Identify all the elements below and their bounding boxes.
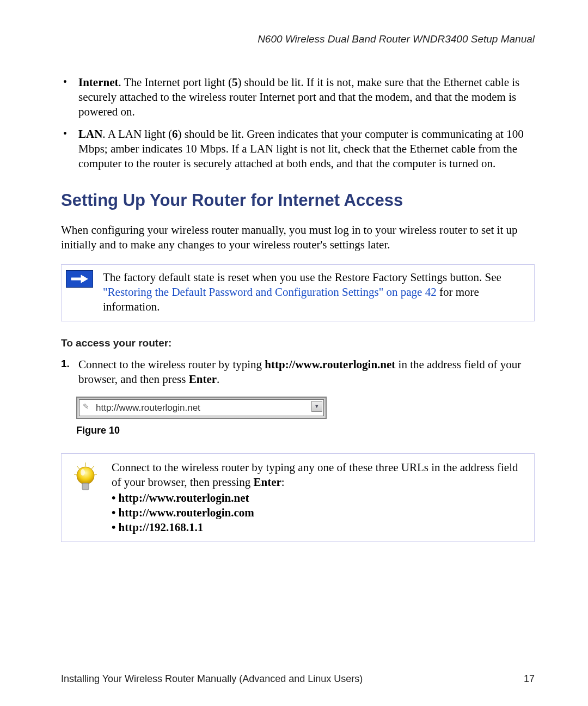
bullet-lan: LAN. A LAN light (6) should be lit. Gree… [61, 127, 535, 171]
page-footer: Installing Your Wireless Router Manually… [61, 673, 535, 685]
figure-caption: Figure 10 [76, 424, 535, 437]
svg-line-1 [77, 466, 79, 469]
svg-rect-6 [82, 483, 89, 490]
footer-chapter: Installing Your Wireless Router Manually… [61, 673, 363, 685]
status-bullets: Internet. The Internet port light (5) sh… [61, 75, 535, 171]
lightbulb-icon [69, 461, 102, 494]
svg-point-5 [77, 467, 94, 484]
step-1: 1. Connect to the wireless router by typ… [61, 357, 535, 387]
bullet-internet: Internet. The Internet port light (5) sh… [61, 75, 535, 119]
url-tip: Connect to the wireless router by typing… [61, 453, 535, 541]
tip-url-1: • http://www.routerlogin.net [112, 491, 522, 506]
tip-url-3: • http://192.168.1.1 [112, 520, 522, 535]
footer-page-number: 17 [524, 673, 535, 685]
wand-icon: ✎ [83, 402, 89, 412]
arrow-icon [66, 270, 92, 287]
routerlogin-url: http://www.routerlogin.net [265, 358, 395, 371]
step-number: 1. [61, 357, 70, 370]
intro-paragraph: When configuring your wireless router ma… [61, 223, 535, 252]
address-bar: ✎ http://www.routerlogin.net ▾ [76, 397, 327, 419]
bullet-label: LAN [78, 127, 102, 141]
svg-point-7 [81, 469, 85, 476]
factory-reset-note: The factory default state is reset when … [61, 264, 535, 321]
bullet-label: Internet [78, 76, 118, 89]
section-heading: Setting Up Your Router for Internet Acce… [61, 190, 535, 211]
dropdown-icon[interactable]: ▾ [311, 401, 322, 412]
svg-line-2 [91, 466, 94, 469]
access-steps: 1. Connect to the wireless router by typ… [61, 357, 535, 387]
access-subhead: To access your router: [61, 337, 535, 350]
manual-page: N600 Wireless Dual Band Router WNDR3400 … [0, 0, 588, 706]
restore-defaults-link[interactable]: "Restoring the Default Password and Conf… [103, 285, 437, 299]
running-header: N600 Wireless Dual Band Router WNDR3400 … [61, 33, 535, 46]
tip-text: Connect to the wireless router by typing… [112, 460, 522, 534]
note-text: The factory default state is reset when … [103, 270, 524, 314]
tip-url-list: • http://www.routerlogin.net • http://ww… [112, 491, 522, 535]
address-bar-figure: ✎ http://www.routerlogin.net ▾ [76, 397, 535, 419]
address-bar-input[interactable]: ✎ http://www.routerlogin.net ▾ [79, 399, 324, 417]
tip-url-2: • http://www.routerlogin.com [112, 506, 522, 520]
